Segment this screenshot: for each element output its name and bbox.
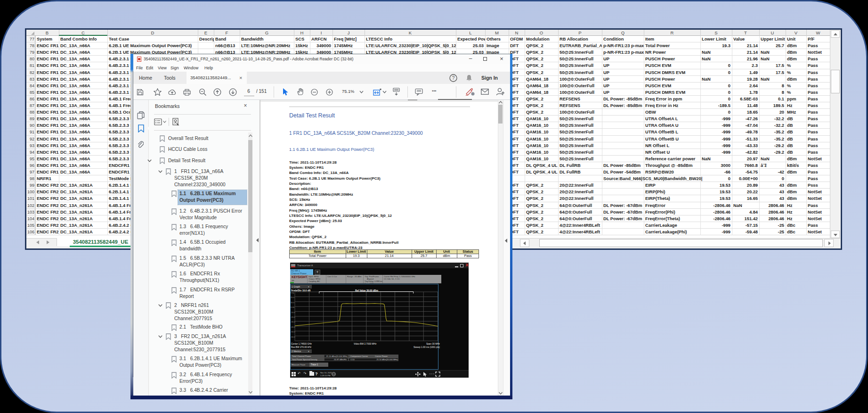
svg-text:10.0: 10.0 bbox=[291, 301, 295, 304]
svg-text:-50.0: -50.0 bbox=[291, 330, 295, 333]
svg-text:Log: Log bbox=[291, 291, 294, 294]
svg-text:-20.0: -20.0 bbox=[291, 316, 295, 318]
svg-text:-40.0: -40.0 bbox=[291, 326, 295, 328]
svg-text:20.0: 20.0 bbox=[291, 296, 295, 298]
svg-text:-10.0: -10.0 bbox=[291, 311, 295, 314]
svg-text:-30.0: -30.0 bbox=[291, 321, 295, 323]
svg-text:0.00: 0.00 bbox=[291, 306, 295, 308]
svg-text:?: ? bbox=[452, 75, 455, 81]
svg-text:-60.0: -60.0 bbox=[291, 336, 295, 338]
